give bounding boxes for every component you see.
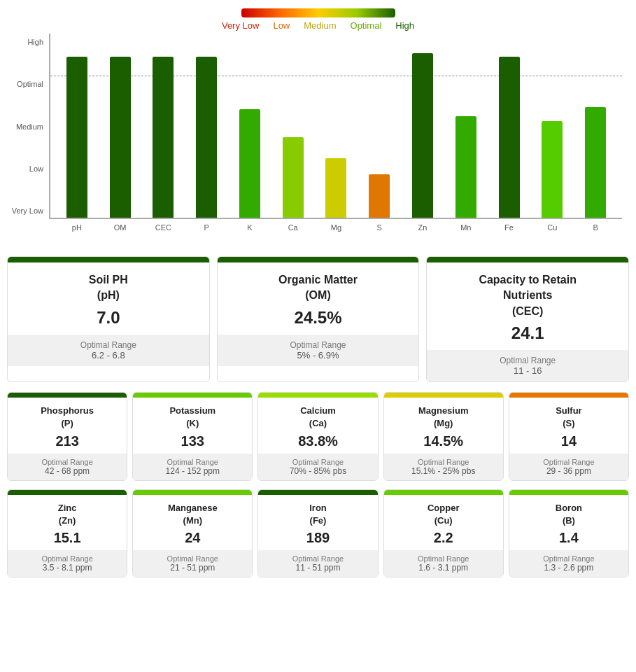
card-k-footer-value: 124 - 152 ppm bbox=[136, 466, 249, 476]
card-p: Phosphorus(P) 213 Optimal Range 42 - 68 … bbox=[7, 392, 127, 480]
card-mg: Magnesium(Mg) 14.5% Optimal Range 15.1% … bbox=[383, 392, 504, 480]
bar-om: OM bbox=[99, 34, 141, 218]
card-mn-footer-label: Optimal Range bbox=[136, 554, 249, 563]
card-mn-name: Manganese(Mn) bbox=[137, 502, 248, 527]
card-cec-name: Capacity to RetainNutrients(CEC) bbox=[434, 272, 621, 319]
bar-fe: Fe bbox=[488, 34, 530, 218]
bar-ph: pH bbox=[56, 34, 98, 218]
legend-label-low: Low bbox=[266, 20, 297, 31]
card-cec-footer-value: 11 - 16 bbox=[431, 365, 624, 376]
card-ca-value: 83.8% bbox=[262, 433, 373, 449]
chart-container: High Optimal Medium Low Very Low pH OM C… bbox=[0, 34, 636, 251]
bar-s: S bbox=[358, 34, 400, 218]
card-cec-value: 24.1 bbox=[434, 323, 621, 343]
card-cec: Capacity to RetainNutrients(CEC) 24.1 Op… bbox=[426, 256, 629, 382]
card-mg-value: 14.5% bbox=[388, 433, 499, 449]
card-om: Organic Matter(OM) 24.5% Optimal Range 5… bbox=[217, 256, 420, 382]
card-ph-bar bbox=[8, 257, 209, 262]
card-cu-name: Copper(Cu) bbox=[388, 502, 499, 527]
card-fe-name: Iron(Fe) bbox=[262, 502, 373, 527]
cards-row-3: Zinc(Zn) 15.1 Optimal Range 3.5 - 8.1 pp… bbox=[0, 485, 636, 582]
card-b-value: 1.4 bbox=[514, 530, 624, 546]
legend-label-high: High bbox=[388, 20, 421, 31]
card-zn-name: Zinc(Zn) bbox=[12, 502, 122, 527]
card-s-name: Sulfur(S) bbox=[514, 405, 624, 430]
card-om-name: Organic Matter(OM) bbox=[225, 272, 412, 304]
card-b-footer-label: Optimal Range bbox=[512, 554, 626, 563]
y-label-high: High bbox=[3, 38, 43, 46]
card-p-footer-value: 42 - 68 ppm bbox=[10, 466, 124, 476]
card-b-footer-value: 1.3 - 2.6 ppm bbox=[512, 563, 626, 573]
card-zn-footer-label: Optimal Range bbox=[10, 554, 124, 563]
card-mg-name: Magnesium(Mg) bbox=[388, 405, 499, 430]
card-om-bar bbox=[218, 257, 419, 262]
card-mn-footer-value: 21 - 51 ppm bbox=[136, 563, 249, 573]
card-mg-footer-label: Optimal Range bbox=[387, 458, 500, 466]
y-label-verylow: Very Low bbox=[3, 206, 43, 215]
legend-label-medium: Medium bbox=[297, 20, 343, 31]
card-om-footer-value: 5% - 6.9% bbox=[222, 350, 415, 360]
card-cec-bar bbox=[427, 257, 628, 262]
card-s-value: 14 bbox=[514, 433, 624, 449]
card-fe-footer-value: 11 - 51 ppm bbox=[261, 563, 374, 573]
card-ph-value: 7.0 bbox=[15, 308, 202, 328]
card-ph-footer-label: Optimal Range bbox=[12, 340, 205, 350]
card-cec-footer-label: Optimal Range bbox=[431, 356, 624, 365]
y-label-optimal: Optimal bbox=[3, 80, 43, 88]
bar-zn: Zn bbox=[402, 34, 444, 218]
card-p-footer-label: Optimal Range bbox=[10, 458, 124, 466]
card-cu-value: 2.2 bbox=[388, 530, 499, 546]
bar-mg: Mg bbox=[316, 34, 358, 218]
card-cu: Copper(Cu) 2.2 Optimal Range 1.6 - 3.1 p… bbox=[383, 489, 504, 578]
card-mn-value: 24 bbox=[137, 530, 248, 546]
chart-area: pH OM CEC P K bbox=[49, 34, 622, 219]
card-ca: Calcium(Ca) 83.8% Optimal Range 70% - 85… bbox=[257, 392, 378, 480]
card-ca-name: Calcium(Ca) bbox=[262, 405, 373, 430]
card-om-footer-label: Optimal Range bbox=[222, 340, 415, 350]
legend-label-optimal: Optimal bbox=[344, 20, 389, 31]
card-p-name: Phosphorus(P) bbox=[12, 405, 122, 430]
card-s: Sulfur(S) 14 Optimal Range 29 - 36 ppm bbox=[509, 392, 629, 480]
card-cu-footer-label: Optimal Range bbox=[387, 554, 500, 563]
card-mn: Manganese(Mn) 24 Optimal Range 21 - 51 p… bbox=[132, 489, 253, 578]
card-cu-footer-value: 1.6 - 3.1 ppm bbox=[387, 563, 500, 573]
bar-cu: Cu bbox=[531, 34, 573, 218]
card-s-footer-value: 29 - 36 ppm bbox=[512, 466, 626, 476]
card-p-value: 213 bbox=[12, 433, 122, 449]
card-k-name: Potassium(K) bbox=[137, 405, 248, 430]
card-fe: Iron(Fe) 189 Optimal Range 11 - 51 ppm bbox=[257, 489, 378, 578]
bar-ca: Ca bbox=[272, 34, 314, 218]
card-ph-footer-value: 6.2 - 6.8 bbox=[12, 350, 205, 360]
card-mg-footer-value: 15.1% - 25% pbs bbox=[387, 466, 500, 476]
legend-label-verylow: Very Low bbox=[215, 20, 266, 31]
card-ca-footer-value: 70% - 85% pbs bbox=[261, 466, 374, 476]
cards-row-2: Phosphorus(P) 213 Optimal Range 42 - 68 … bbox=[0, 388, 636, 484]
card-fe-value: 189 bbox=[262, 530, 373, 546]
card-zn: Zinc(Zn) 15.1 Optimal Range 3.5 - 8.1 pp… bbox=[7, 489, 127, 578]
card-k-footer-label: Optimal Range bbox=[136, 458, 249, 466]
card-om-value: 24.5% bbox=[225, 308, 412, 328]
bar-p: P bbox=[185, 34, 227, 218]
card-k: Potassium(K) 133 Optimal Range 124 - 152… bbox=[132, 392, 253, 480]
card-fe-footer-label: Optimal Range bbox=[261, 554, 374, 563]
bar-cec: CEC bbox=[143, 34, 185, 218]
bar-mn: Mn bbox=[445, 34, 487, 218]
legend: Very Low Low Medium Optimal High bbox=[0, 0, 636, 34]
cards-row-1: Soil PH(pH) 7.0 Optimal Range 6.2 - 6.8 … bbox=[0, 251, 636, 388]
y-label-low: Low bbox=[3, 164, 43, 173]
card-b: Boron(B) 1.4 Optimal Range 1.3 - 2.6 ppm bbox=[509, 489, 629, 578]
card-ph-name: Soil PH(pH) bbox=[15, 272, 202, 304]
card-s-footer-label: Optimal Range bbox=[512, 458, 626, 466]
bar-k: K bbox=[229, 34, 271, 218]
card-b-name: Boron(B) bbox=[514, 502, 624, 527]
card-zn-value: 15.1 bbox=[12, 530, 122, 546]
card-ca-footer-label: Optimal Range bbox=[261, 458, 374, 466]
card-ph: Soil PH(pH) 7.0 Optimal Range 6.2 - 6.8 bbox=[7, 256, 210, 382]
y-label-medium: Medium bbox=[3, 122, 43, 131]
bar-b: B bbox=[574, 34, 616, 218]
card-zn-footer-value: 3.5 - 8.1 ppm bbox=[10, 563, 124, 573]
card-k-value: 133 bbox=[137, 433, 248, 449]
